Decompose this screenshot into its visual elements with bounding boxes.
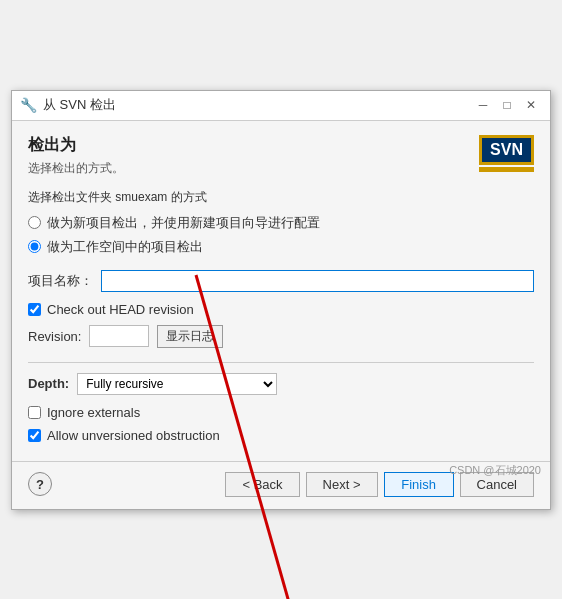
radio-workspace-project-item[interactable]: 做为工作空间中的项目检出	[28, 238, 534, 256]
depth-select[interactable]: Fully recursive Immediate children Only …	[77, 373, 277, 395]
ignore-externals-label: Ignore externals	[47, 405, 140, 420]
footer-right: < Back Next > Finish Cancel	[225, 472, 534, 497]
header-left: 检出为 选择检出的方式。	[28, 135, 124, 177]
cancel-button[interactable]: Cancel	[460, 472, 534, 497]
head-revision-row: Check out HEAD revision	[28, 302, 534, 317]
show-date-button[interactable]: 显示日志	[157, 325, 223, 348]
radio-workspace-project[interactable]	[28, 240, 41, 253]
head-revision-checkbox[interactable]	[28, 303, 41, 316]
radio-group: 做为新项目检出，并使用新建项目向导进行配置 做为工作空间中的项目检出	[28, 214, 534, 256]
radio-new-project-item[interactable]: 做为新项目检出，并使用新建项目向导进行配置	[28, 214, 534, 232]
main-window: 🔧 从 SVN 检出 ─ □ ✕ 检出为 选择检出的方式。 SVN	[11, 90, 551, 510]
project-name-label: 项目名称：	[28, 272, 93, 290]
svn-logo-decoration	[479, 167, 534, 172]
ignore-externals-row: Ignore externals	[28, 405, 534, 420]
footer: ? < Back Next > Finish Cancel	[12, 461, 550, 509]
footer-left: ?	[28, 472, 52, 496]
ignore-externals-checkbox[interactable]	[28, 406, 41, 419]
maximize-button[interactable]: □	[496, 95, 518, 115]
page-title: 检出为	[28, 135, 124, 156]
close-button[interactable]: ✕	[520, 95, 542, 115]
revision-label: Revision:	[28, 329, 81, 344]
header-section: 检出为 选择检出的方式。 SVN	[28, 135, 534, 177]
finish-button[interactable]: Finish	[384, 472, 454, 497]
title-bar-left: 🔧 从 SVN 检出	[20, 96, 116, 114]
radio-new-project[interactable]	[28, 216, 41, 229]
project-name-row: 项目名称：	[28, 270, 534, 292]
svn-logo-container: SVN	[479, 135, 534, 172]
help-button[interactable]: ?	[28, 472, 52, 496]
svn-title-icon: 🔧	[20, 97, 37, 113]
project-name-input[interactable]	[101, 270, 534, 292]
next-button[interactable]: Next >	[306, 472, 378, 497]
title-bar-controls: ─ □ ✕	[472, 95, 542, 115]
content-area: 检出为 选择检出的方式。 SVN 选择检出文件夹 smuexam 的方式 做为新…	[12, 121, 550, 461]
depth-row: Depth: Fully recursive Immediate childre…	[28, 373, 534, 395]
title-bar: 🔧 从 SVN 检出 ─ □ ✕	[12, 91, 550, 121]
allow-unversioned-row: Allow unversioned obstruction	[28, 428, 534, 443]
divider	[28, 362, 534, 363]
page-subtitle: 选择检出的方式。	[28, 160, 124, 177]
svn-logo: SVN	[479, 135, 534, 165]
allow-unversioned-label: Allow unversioned obstruction	[47, 428, 220, 443]
back-button[interactable]: < Back	[225, 472, 299, 497]
radio-new-project-label: 做为新项目检出，并使用新建项目向导进行配置	[47, 214, 320, 232]
revision-input[interactable]	[89, 325, 149, 347]
window-title: 从 SVN 检出	[43, 96, 116, 114]
allow-unversioned-checkbox[interactable]	[28, 429, 41, 442]
revision-row: Revision: 显示日志	[28, 325, 534, 348]
minimize-button[interactable]: ─	[472, 95, 494, 115]
section-folder-label: 选择检出文件夹 smuexam 的方式	[28, 189, 534, 206]
head-revision-label: Check out HEAD revision	[47, 302, 194, 317]
depth-label: Depth:	[28, 376, 69, 391]
radio-workspace-project-label: 做为工作空间中的项目检出	[47, 238, 203, 256]
